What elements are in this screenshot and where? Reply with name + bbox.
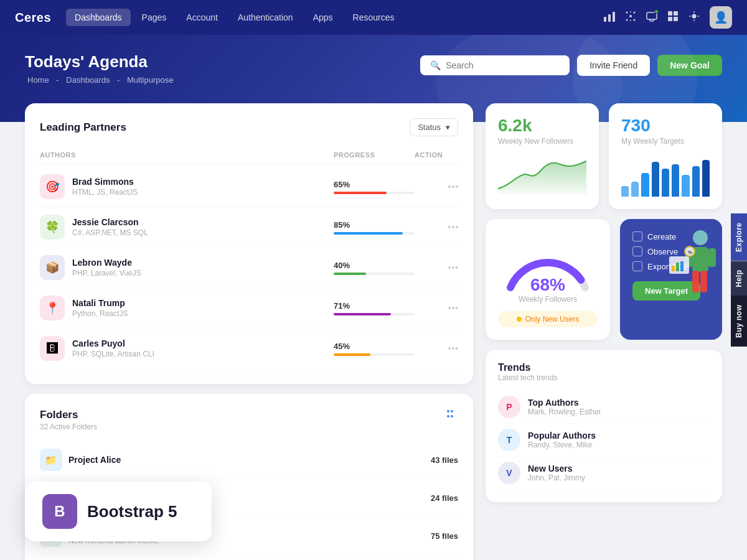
- bootstrap-letter: B: [54, 503, 65, 520]
- side-tab-help[interactable]: Help: [731, 261, 747, 296]
- partner-name: Carles Puyol: [72, 338, 154, 348]
- svg-rect-13: [668, 17, 672, 21]
- status-dropdown[interactable]: Status ▾: [410, 118, 458, 136]
- trend-icon: V: [498, 462, 520, 484]
- svg-point-9: [630, 20, 631, 21]
- leading-partners-title: Leading Partners: [40, 121, 126, 134]
- progress-fill: [334, 232, 403, 235]
- weekly-targets-label: My Weekly Targets: [621, 137, 710, 146]
- weekly-targets-card: 730 My Weekly Targets: [609, 103, 722, 209]
- folder-name: Project Alice: [68, 455, 121, 465]
- svg-rect-32: [676, 263, 679, 271]
- search-icon: 🔍: [430, 60, 441, 70]
- gauge-label: Weekly Followers: [519, 295, 577, 304]
- avatar: 📍: [40, 296, 65, 320]
- table-row: 🍀 Jessie Clarcson C#, ASP.NET, MS SQL 85…: [40, 207, 458, 248]
- partner-name: Jessie Clarcson: [72, 217, 148, 227]
- bar: [672, 164, 679, 197]
- col-authors: AUTHORS: [40, 151, 334, 159]
- sparkle-icon[interactable]: [625, 11, 636, 25]
- folders-menu[interactable]: [446, 409, 458, 419]
- nav-icons: 👤: [604, 6, 732, 29]
- partner-skills: PHP, SQLite, Artisan CLI: [72, 350, 154, 358]
- bootstrap-overlay: B Bootstrap 5: [25, 482, 212, 541]
- folder-files: 24 files: [431, 493, 458, 503]
- trend-icon: T: [498, 429, 520, 451]
- user-avatar[interactable]: 👤: [710, 6, 732, 29]
- svg-rect-29: [700, 271, 707, 292]
- svg-rect-33: [680, 261, 684, 271]
- folder-files: 75 files: [431, 531, 458, 541]
- only-new-users-text: Only New Users: [525, 315, 580, 324]
- sun-icon[interactable]: [688, 11, 700, 25]
- progress-bar: [334, 353, 415, 356]
- invite-friend-button[interactable]: Invite Friend: [577, 55, 650, 76]
- trend-name: New Users: [528, 464, 585, 474]
- breadcrumb-multipurpose[interactable]: Multipurpose: [127, 75, 173, 85]
- svg-point-6: [626, 19, 628, 21]
- message-icon[interactable]: [646, 11, 657, 25]
- trends-title: Trends: [498, 362, 710, 373]
- progress-fill: [334, 353, 370, 356]
- search-input[interactable]: [446, 60, 560, 70]
- bar: [621, 186, 629, 197]
- svg-point-3: [629, 15, 632, 17]
- chevron-down-icon: ▾: [446, 123, 450, 132]
- svg-point-15: [692, 14, 697, 18]
- bar: [631, 182, 639, 197]
- search-box[interactable]: 🔍: [420, 55, 570, 75]
- nav-apps[interactable]: Apps: [304, 9, 342, 26]
- svg-point-4: [626, 11, 628, 13]
- breadcrumb: Home - Dashboards - Multipurpose: [25, 75, 722, 85]
- progress-cell: 40%: [334, 261, 415, 275]
- table-row: 📦 Lebron Wayde PHP, Laravel, VueJS 40%: [40, 248, 458, 288]
- breadcrumb-dashboards[interactable]: Dashboards: [66, 75, 110, 85]
- chart-icon[interactable]: [604, 11, 615, 25]
- col-progress: PROGRESS: [334, 151, 415, 159]
- action-menu[interactable]: [415, 226, 458, 228]
- action-menu[interactable]: [415, 347, 458, 350]
- list-item: V New Users John, Pat, Jimmy: [498, 457, 710, 490]
- avatar: 🍀: [40, 215, 65, 240]
- svg-rect-31: [672, 266, 675, 271]
- nav-account[interactable]: Account: [177, 9, 227, 26]
- action-menu[interactable]: [415, 185, 458, 188]
- progress-pct: 85%: [334, 220, 415, 230]
- svg-rect-28: [692, 271, 699, 292]
- nav-authentication[interactable]: Authentication: [229, 9, 302, 26]
- card-header: Leading Partners Status ▾: [40, 118, 458, 136]
- nav-resources[interactable]: Resources: [344, 9, 403, 26]
- svg-point-21: [447, 415, 449, 418]
- only-new-users-badge: Only New Users: [498, 311, 598, 327]
- weekly-followers-label: Weekly New Followers: [498, 137, 586, 146]
- weekly-followers-number: 6.2k: [498, 116, 586, 136]
- svg-point-5: [634, 11, 636, 13]
- new-goal-button[interactable]: New Goal: [657, 55, 722, 76]
- trend-people: Randy, Steve, Mike: [528, 441, 596, 449]
- side-tab-buy-now[interactable]: Buy now: [731, 296, 747, 347]
- nav-dashboards[interactable]: Dashboards: [66, 9, 131, 26]
- progress-pct: 65%: [334, 180, 415, 189]
- progress-pct: 40%: [334, 261, 415, 270]
- table-header: AUTHORS PROGRESS ACTION: [40, 146, 458, 164]
- breadcrumb-home[interactable]: Home: [27, 75, 49, 85]
- nav-pages[interactable]: Pages: [133, 9, 176, 26]
- target-illustration: %: [666, 225, 716, 316]
- action-menu[interactable]: [415, 266, 458, 269]
- side-tab-explore[interactable]: Explore: [731, 213, 747, 261]
- gauge-target-row: 68% Weekly Followers Only New Users Cere…: [486, 219, 722, 340]
- navbar: Ceres Dashboards Pages Account Authentic…: [0, 0, 747, 35]
- bar: [662, 169, 669, 197]
- svg-point-20: [447, 410, 449, 413]
- grid-icon[interactable]: [667, 11, 679, 25]
- trend-people: Mark, Rowling, Esther: [528, 408, 601, 416]
- bootstrap-text: Bootstrap 5: [87, 502, 177, 521]
- followers-chart: [498, 153, 586, 197]
- folders-subtitle: 32 Active Folders: [40, 422, 97, 431]
- bar: [652, 162, 659, 197]
- bar: [692, 166, 700, 197]
- action-menu[interactable]: [415, 307, 458, 309]
- svg-text:%: %: [688, 250, 692, 255]
- svg-point-7: [634, 19, 636, 21]
- right-panel: 6.2k Weekly New Followers 730 My Wee: [486, 103, 722, 560]
